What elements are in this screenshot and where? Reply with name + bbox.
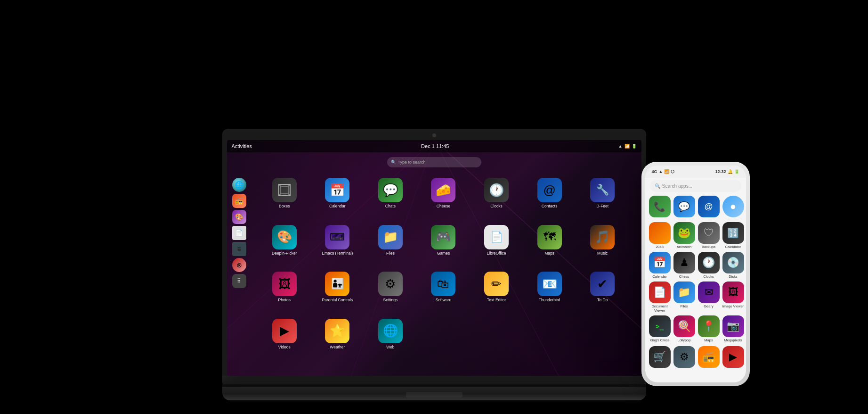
app-contacts[interactable]: @ Contacts	[525, 178, 574, 221]
photos-label: Photos	[278, 298, 291, 302]
phone-app-imageviewer[interactable]: 🖼 Image Viewer	[722, 282, 744, 313]
photos-icon: 🖼	[272, 272, 297, 296]
app-maps[interactable]: 🗺 Maps	[525, 225, 574, 268]
phone-app-megapixels[interactable]: 📷 Megapixels	[722, 315, 744, 342]
app-boxes[interactable]: Boxes	[260, 178, 309, 221]
app-photos[interactable]: 🖼 Photos	[260, 272, 309, 315]
imageviewer-label: Image Viewer	[722, 304, 744, 308]
phone-bottom-player[interactable]: ▶	[722, 346, 744, 368]
radio-icon: 📻	[698, 346, 720, 368]
app-calendar[interactable]: 📅 Calendar	[313, 178, 362, 221]
disks-icon: 💿	[722, 252, 744, 273]
phone-app-messages[interactable]: 💬	[673, 196, 695, 217]
app-files[interactable]: 📁 Files	[366, 225, 415, 268]
dock-item-colors[interactable]: 🎨	[232, 210, 246, 224]
app-emacs[interactable]: ⌨ Emacs (Terminal)	[313, 225, 362, 268]
cheese-label: Cheese	[437, 204, 450, 208]
phone-search[interactable]: 🔍 Search apps...	[650, 180, 741, 192]
phone-app-calendar[interactable]: 📅 Calendar	[649, 252, 671, 279]
phone-calendar-label: Calendar	[652, 274, 666, 279]
signal-icon: ▲	[618, 144, 623, 149]
dock-item-globe[interactable]: 🌐	[232, 178, 246, 192]
dfeet-label: D-Feet	[596, 204, 608, 208]
deepin-label: Deepin-Picker	[272, 251, 297, 256]
todo-icon: ✔	[590, 272, 615, 296]
phone-app-backups[interactable]: 🛡 Backups	[698, 222, 720, 249]
dock-item-podcast[interactable]: 📻	[232, 194, 246, 208]
gnome-search-bar[interactable]: 🔍 Type to search	[387, 157, 481, 167]
megapixels-icon: 📷	[722, 315, 744, 337]
weather-icon: ⭐	[325, 319, 349, 343]
app-dfeet[interactable]: 🔧 D-Feet	[578, 178, 627, 221]
activities-label[interactable]: Activities	[232, 143, 252, 149]
app-clocks[interactable]: 🕐 Clocks	[472, 178, 521, 221]
app-libreoffice[interactable]: 📄 LibreOffice	[472, 225, 521, 268]
phone-app-email[interactable]: @	[698, 196, 720, 217]
lollypop-icon: 🍭	[673, 315, 695, 337]
phone-app-grid: 2048 🐸 Animatch 🛡 Backups	[645, 219, 746, 345]
app-web[interactable]: 🌐 Web	[366, 319, 415, 362]
emacs-icon: ⌨	[325, 225, 349, 249]
app-texteditor[interactable]: ✏ Text Editor	[472, 272, 521, 315]
laptop-app-grid: Boxes 📅 Calendar 💬 Chats	[255, 173, 632, 366]
settings-icon: ⚙	[378, 272, 403, 296]
calendar-label: Calendar	[329, 204, 346, 208]
phone-app-calls[interactable]: 📞	[649, 196, 671, 217]
phone-maps-icon: 📍	[698, 315, 720, 337]
phone-app-maps[interactable]: 📍 Maps	[698, 315, 720, 342]
phone-app-2048[interactable]: 2048	[649, 222, 671, 249]
dock-item-help[interactable]: ⊗	[232, 258, 246, 272]
laptop: Activities Dec 1 11:45 ▲ 📶 🔋 🔍 Type to s…	[222, 129, 646, 400]
app-parental[interactable]: 👨‍👧 Parental Controls	[313, 272, 362, 315]
todo-label: To Do	[597, 298, 608, 302]
phone-app-disks[interactable]: 💿 Disks	[722, 252, 744, 279]
phone-app-calculator[interactable]: 🔢 Calculator	[722, 222, 744, 249]
app-cheese[interactable]: 🧀 Cheese	[419, 178, 468, 221]
phone-bottom-radio[interactable]: 📻	[698, 346, 720, 368]
games-icon: 🎮	[431, 225, 455, 249]
chats-icon: 💬	[378, 178, 403, 202]
phone-app-circle[interactable]: ●	[722, 196, 744, 217]
calendar-icon: 📅	[325, 178, 349, 202]
2048-icon	[649, 222, 671, 244]
phone-clocks-label: Clocks	[703, 274, 714, 279]
phone-bottom-shop[interactable]: 🛒	[649, 346, 671, 368]
app-chats[interactable]: 💬 Chats	[366, 178, 415, 221]
parental-icon: 👨‍👧	[325, 272, 349, 296]
phone-app-clocks[interactable]: 🕐 Clocks	[698, 252, 720, 279]
app-thunderbird[interactable]: 📧 Thunderbird	[525, 272, 574, 315]
app-settings[interactable]: ⚙ Settings	[366, 272, 415, 315]
phone-app-animatch[interactable]: 🐸 Animatch	[673, 222, 695, 249]
app-software[interactable]: 🛍 Software	[419, 272, 468, 315]
dock-item-list[interactable]: ≡	[232, 242, 246, 256]
app-music[interactable]: 🎵 Music	[578, 225, 627, 268]
phone-bottom-settings[interactable]: ⚙	[673, 346, 695, 368]
app-weather[interactable]: ⭐ Weather	[313, 319, 362, 362]
calculator-icon: 🔢	[722, 222, 744, 244]
maps-label: Maps	[544, 251, 554, 256]
docviewer-icon: 📄	[649, 282, 671, 303]
email-icon: @	[698, 196, 720, 217]
lollypop-label: Lollypop	[678, 338, 691, 342]
phone-app-geary[interactable]: ✉ Geary	[698, 282, 720, 313]
disks-label: Disks	[729, 274, 737, 279]
app-deepin[interactable]: 🎨 Deepin-Picker	[260, 225, 309, 268]
geary-icon: ✉	[698, 282, 720, 303]
app-videos[interactable]: ▶ Videos	[260, 319, 309, 362]
dock-item-document[interactable]: 📄	[232, 226, 246, 240]
files-icon: 📁	[378, 225, 403, 249]
app-todo[interactable]: ✔ To Do	[578, 272, 627, 315]
kingsxross-label: King's Cross	[650, 338, 670, 342]
search-placeholder: Type to search	[398, 160, 426, 165]
phone-app-lollypop[interactable]: 🍭 Lollypop	[673, 315, 695, 342]
phone-app-chess[interactable]: ♟ Chess	[673, 252, 695, 279]
phone-app-files[interactable]: 📁 Files	[673, 282, 695, 313]
phone-app-kingsxross[interactable]: >_ King's Cross	[649, 315, 671, 342]
notification-icon: 🔔	[728, 169, 733, 174]
phone-search-icon: 🔍	[655, 183, 660, 189]
laptop-bottom	[222, 387, 646, 400]
app-games[interactable]: 🎮 Games	[419, 225, 468, 268]
dock-item-appgrid[interactable]: ⠿	[232, 274, 246, 288]
phone-app-docviewer[interactable]: 📄 Document Viewer	[649, 282, 671, 313]
animatch-label: Animatch	[677, 245, 691, 249]
